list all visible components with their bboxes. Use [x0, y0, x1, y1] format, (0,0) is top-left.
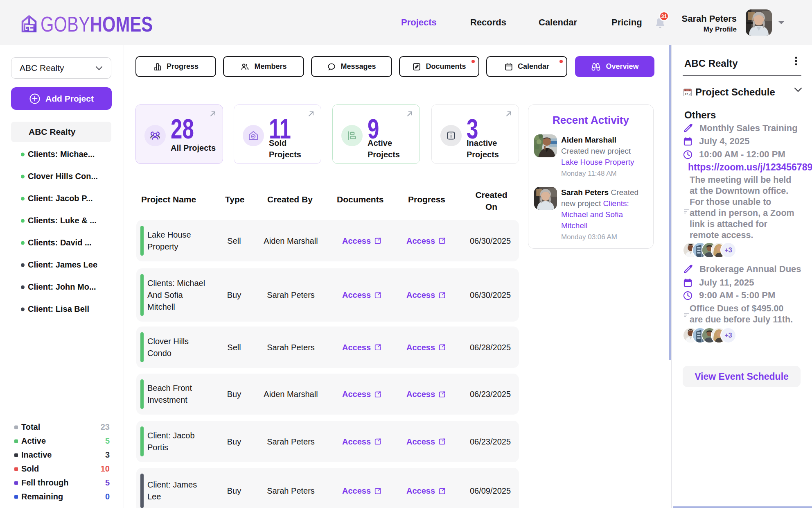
- svg-text:17: 17: [685, 92, 688, 96]
